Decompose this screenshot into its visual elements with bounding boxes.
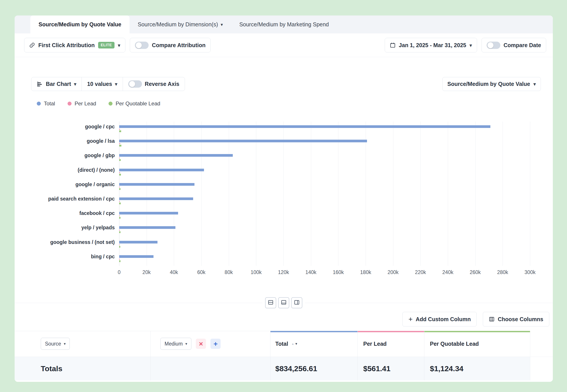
bar-per-lead[interactable] — [119, 259, 120, 260]
col-header-per-lead[interactable]: Per Lead — [357, 331, 424, 357]
tab-quote-value[interactable]: Source/Medium by Quote Value — [30, 15, 130, 33]
reverse-axis-toggle[interactable] — [128, 80, 142, 88]
compare-date-toggle[interactable] — [487, 42, 500, 49]
category-label-text: facebook / cpc — [79, 210, 115, 223]
category-label: yelp / yelpads — [15, 223, 119, 237]
x-tick-label: 120k — [278, 269, 289, 275]
source-dimension-select[interactable]: Source ▾ — [41, 338, 70, 350]
x-tick-label: 40k — [170, 269, 178, 275]
category-label: bing / cpc — [15, 252, 119, 266]
bar-row — [119, 237, 530, 252]
bar-total[interactable] — [119, 183, 194, 186]
reverse-axis-control: Reverse Axis — [123, 77, 185, 91]
bar-per-lead[interactable] — [119, 230, 120, 231]
legend-item-per-lead[interactable]: Per Lead — [68, 100, 96, 107]
bar-per-quotable-lead[interactable] — [119, 231, 120, 233]
totals-stub-cell — [530, 357, 553, 380]
bar-per-lead[interactable] — [119, 143, 120, 144]
compare-attribution-label: Compare Attribution — [152, 42, 205, 48]
legend-label: Total — [44, 100, 55, 107]
chevron-down-icon: ▾ — [115, 82, 117, 86]
tab-label: Source/Medium by Quote Value — [39, 21, 121, 28]
chevron-down-icon: ▾ — [469, 43, 472, 48]
bar-per-quotable-lead[interactable] — [119, 174, 121, 176]
bar-per-lead[interactable] — [119, 187, 120, 187]
totals-label: Totals — [41, 364, 62, 373]
x-tick-label: 260k — [470, 269, 481, 275]
chart-type-selector[interactable]: Bar Chart ▾ — [31, 77, 82, 91]
bar-per-quotable-lead[interactable] — [119, 159, 121, 161]
bar-per-quotable-lead[interactable] — [119, 188, 120, 190]
table-actions: + Add Custom Column Choose Columns — [15, 312, 553, 326]
medium-dimension-select[interactable]: Medium ▾ — [160, 338, 191, 350]
bar-per-quotable-lead[interactable] — [119, 145, 121, 147]
bar-total[interactable] — [119, 241, 158, 243]
bar-total[interactable] — [119, 154, 233, 157]
bar-per-quotable-lead[interactable] — [119, 217, 120, 219]
choose-columns-button[interactable]: Choose Columns — [483, 312, 549, 326]
bar-per-lead[interactable] — [119, 129, 120, 130]
bar-row — [119, 223, 530, 237]
col-header-per-quotable-lead[interactable]: Per Quotable Lead — [424, 331, 530, 357]
totals-per-quotable-lead-cell: $1,124.34 — [424, 357, 530, 380]
bar-per-quotable-lead[interactable] — [119, 246, 120, 248]
category-label: google / organic — [15, 179, 119, 194]
tab-bar: Source/Medium by Quote Value Source/Medi… — [15, 15, 553, 33]
tab-dimensions[interactable]: Source/Medium by Dimension(s) ▾ — [130, 15, 231, 33]
bar-total[interactable] — [119, 169, 204, 171]
choose-columns-label: Choose Columns — [498, 316, 543, 322]
layout-right-panel-button[interactable] — [291, 297, 302, 308]
layout-bottom-panel-button[interactable] — [278, 297, 289, 308]
date-range-selector[interactable]: Jan 1, 2025 - Mar 31, 2025 ▾ — [385, 38, 477, 53]
column-header-stub — [530, 331, 553, 357]
x-tick-label: 80k — [225, 269, 233, 275]
source-select-label: Source — [45, 341, 61, 347]
columns-icon — [489, 316, 494, 322]
bar-per-lead[interactable] — [119, 215, 120, 216]
bar-per-lead[interactable] — [119, 244, 120, 245]
chart-type-label: Bar Chart — [46, 81, 71, 87]
add-dimension-button[interactable]: + — [210, 339, 221, 349]
values-count-selector[interactable]: 10 values ▾ — [82, 77, 122, 91]
bar-total[interactable] — [119, 255, 154, 258]
category-label-text: google / gbp — [84, 153, 115, 165]
layout-split-horizontal-button[interactable] — [265, 297, 276, 308]
bar-per-quotable-lead[interactable] — [119, 260, 120, 262]
totals-per-quotable-lead-value: $1,124.34 — [430, 364, 463, 373]
bar-per-lead[interactable] — [119, 172, 120, 173]
category-label-text: google / cpc — [85, 124, 115, 136]
legend-item-total[interactable]: Total — [37, 100, 55, 107]
bar-total[interactable] — [119, 212, 178, 214]
data-table: Source ▾ Medium ▾ × + Total ▲▼ Per Lead … — [15, 331, 553, 380]
bar-per-lead[interactable] — [119, 158, 120, 158]
add-custom-column-button[interactable]: + Add Custom Column — [402, 312, 477, 326]
column-header-label: Total — [275, 341, 288, 347]
x-tick-label: 100k — [250, 269, 262, 275]
bar-per-quotable-lead[interactable] — [119, 203, 121, 204]
bar-per-lead[interactable] — [119, 201, 120, 202]
metric-selector[interactable]: Source/Medium by Quote Value ▾ — [442, 77, 541, 91]
plus-icon: + — [408, 316, 413, 323]
attribution-label: First Click Attribution — [38, 42, 95, 48]
col-header-total[interactable]: Total ▲▼ — [270, 331, 357, 357]
bar-total[interactable] — [119, 125, 490, 128]
bar-total[interactable] — [119, 140, 367, 142]
remove-dimension-button[interactable]: × — [196, 339, 206, 349]
legend-item-per-quotable-lead[interactable]: Per Quotable Lead — [109, 100, 160, 107]
bar-per-quotable-lead[interactable] — [119, 130, 121, 132]
category-label-text: google / organic — [75, 182, 115, 194]
attribution-selector[interactable]: First Click Attribution ELITE ▾ — [24, 38, 125, 53]
bar-total[interactable] — [119, 226, 175, 229]
compare-attribution-toggle[interactable] — [135, 42, 149, 49]
sort-icon[interactable]: ▲▼ — [291, 342, 298, 346]
category-label-text: paid search extension / cpc — [48, 196, 115, 208]
category-label: facebook / cpc — [15, 208, 119, 223]
totals-total-value: $834,256.61 — [275, 364, 317, 373]
category-label: google / cpc — [15, 122, 119, 136]
tab-marketing-spend[interactable]: Source/Medium by Marketing Spend — [231, 15, 337, 33]
chevron-down-icon: ▾ — [185, 342, 187, 346]
totals-per-lead-cell: $561.41 — [357, 357, 424, 380]
chevron-down-icon: ▾ — [64, 342, 66, 346]
category-label: google / lsa — [15, 136, 119, 150]
bar-total[interactable] — [119, 197, 193, 200]
